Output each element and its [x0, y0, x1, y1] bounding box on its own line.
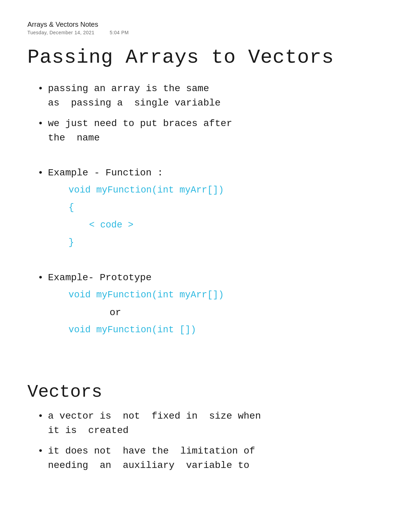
notebook-meta: Tuesday, December 14, 2021 5:04 PM — [27, 30, 384, 35]
code-inner: < code > — [89, 218, 384, 233]
example-function-label: Example - Function : — [48, 168, 163, 178]
example-list: Example - Function : void myFunction(int… — [38, 166, 384, 250]
example-prototype-label: Example- Prototype — [48, 272, 151, 283]
bullet-item-1: passing an array is the sameas passing a… — [38, 82, 384, 110]
prototype-list: Example- Prototype void myFunction(int m… — [38, 271, 384, 337]
code-prototype-line1: void myFunction(int myArr[]) — [68, 288, 384, 302]
bullet-example-prototype: Example- Prototype void myFunction(int m… — [38, 271, 384, 337]
vectors-heading: Vectors — [27, 382, 384, 402]
bullet-example-function: Example - Function : void myFunction(int… — [38, 166, 384, 250]
code-function-line1: void myFunction(int myArr[]) — [68, 183, 384, 198]
or-text: or — [110, 306, 384, 320]
code-brace-open: { — [68, 200, 384, 215]
code-brace-close: } — [68, 235, 384, 250]
notebook-date: Tuesday, December 14, 2021 — [27, 30, 95, 35]
notebook-title: Arrays & Vectors Notes — [27, 21, 384, 28]
main-heading: Passing Arrays to Vectors — [27, 46, 384, 70]
vectors-bullet-list: a vector is not fixed in size whenit is … — [38, 409, 384, 473]
code-prototype-line2: void myFunction(int []) — [68, 323, 384, 337]
notebook-time: 5:04 PM — [110, 30, 129, 35]
main-bullet-list: passing an array is the sameas passing a… — [38, 82, 384, 145]
vectors-bullet-1: a vector is not fixed in size whenit is … — [38, 409, 384, 438]
page-header: Arrays & Vectors Notes Tuesday, December… — [27, 21, 384, 35]
bullet-item-2: we just need to put braces afterthe name — [38, 116, 384, 145]
vectors-bullet-2: it does not have the limitation ofneedin… — [38, 444, 384, 473]
